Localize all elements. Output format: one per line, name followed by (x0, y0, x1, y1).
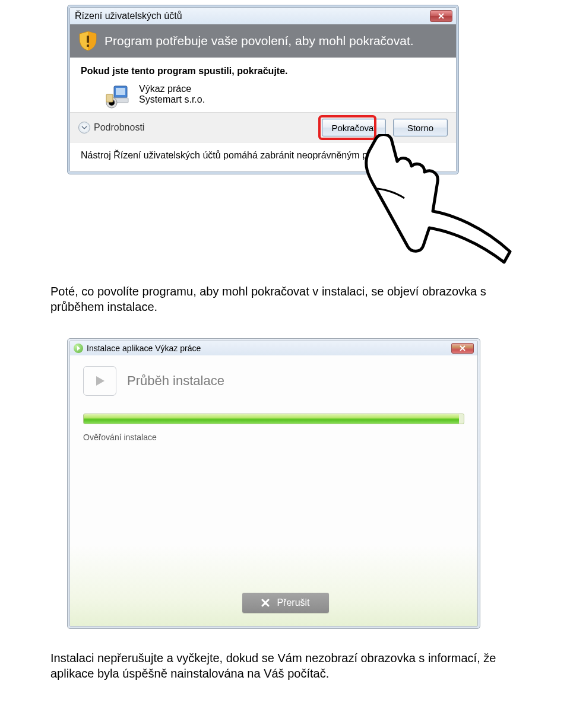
uac-banner: Program potřebuje vaše povolení, aby moh… (70, 24, 456, 58)
doc-paragraph-2: Instalaci nepřerušujte a vyčkejte, dokud… (50, 650, 520, 681)
close-icon (438, 12, 445, 20)
uac-titlebar: Řízení uživatelských účtů (70, 8, 456, 24)
installer-heading: Průběh instalace (127, 373, 224, 389)
chevron-down-icon (78, 122, 90, 133)
program-name: Výkaz práce (139, 84, 205, 94)
close-icon (261, 599, 270, 607)
installer-title: Instalace aplikace Výkaz práce (87, 344, 201, 353)
installer-dialog: Instalace aplikace Výkaz práce Průběh in… (67, 338, 480, 629)
svg-rect-3 (116, 88, 125, 95)
install-status-text: Ověřování instalace (83, 433, 464, 442)
details-expander[interactable]: Podrobnosti (78, 122, 144, 133)
installer-body: Průběh instalace Ověřování instalace Pře… (70, 355, 477, 626)
publisher-name: Systemart s.r.o. (139, 94, 205, 105)
uac-screenshot-wrap: Řízení uživatelských účtů Program (67, 5, 516, 266)
install-progressbar (83, 414, 464, 424)
shield-icon (77, 30, 99, 52)
svg-rect-1 (87, 44, 89, 47)
close-icon (460, 345, 466, 351)
uac-banner-text: Program potřebuje vaše povolení, aby moh… (104, 34, 414, 48)
uac-instruction: Pokud jste tento program spustili, pokra… (81, 66, 445, 77)
installer-close-button[interactable] (451, 343, 474, 354)
install-shield-icon (74, 344, 83, 353)
details-label: Podrobnosti (94, 122, 144, 133)
svg-rect-7 (106, 94, 113, 102)
doc-paragraph-1: Poté, co povolíte programu, aby mohl pok… (50, 284, 520, 314)
play-icon (93, 374, 107, 388)
abort-install-button[interactable]: Přerušit (242, 593, 329, 613)
pointing-hand-icon (334, 134, 518, 265)
uac-body: Pokud jste tento program spustili, pokra… (70, 58, 456, 112)
play-icon-box (83, 366, 116, 396)
svg-rect-0 (87, 36, 89, 43)
uac-title: Řízení uživatelských účtů (75, 11, 182, 21)
continue-button-label: Pokračovat (331, 123, 376, 133)
abort-button-label: Přerušit (277, 597, 309, 608)
installer-titlebar: Instalace aplikace Výkaz práce (70, 341, 477, 355)
installer-file-icon (104, 84, 131, 110)
cancel-button-label: Storno (407, 123, 433, 133)
close-button[interactable] (430, 10, 452, 22)
